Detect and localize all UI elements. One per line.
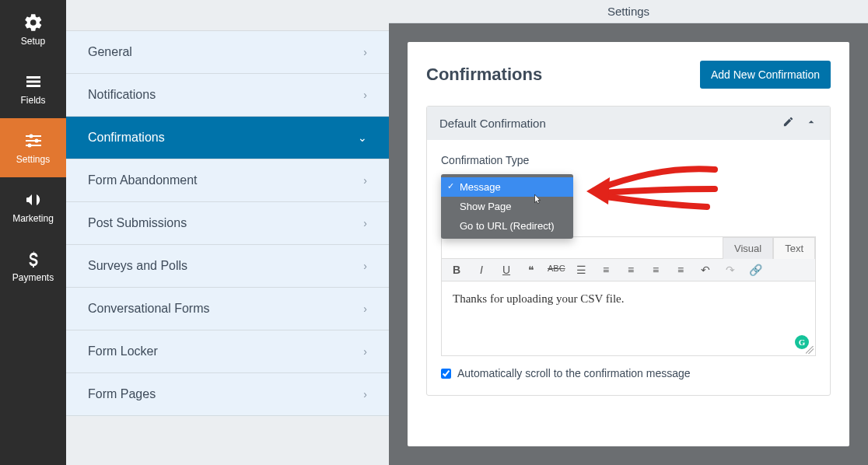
chevron-right-icon: ›: [363, 89, 367, 101]
chevron-right-icon: ›: [363, 388, 367, 400]
svg-rect-3: [26, 135, 41, 137]
list-icon: [23, 72, 44, 92]
sidebar-item-fields[interactable]: Fields: [0, 59, 66, 118]
svg-rect-5: [26, 140, 41, 142]
bold-icon[interactable]: B: [448, 264, 465, 276]
dropdown-option-show-page[interactable]: Show Page: [441, 197, 573, 216]
sidebar-item-label: Fields: [20, 95, 45, 106]
primary-sidebar: Setup Fields Settings Marketing Payments: [0, 0, 66, 465]
sidebar-item-label: Marketing: [12, 213, 54, 224]
red-arrow-annotation: [583, 162, 723, 216]
settings-sub-form-pages[interactable]: Form Pages ›: [66, 373, 389, 416]
editor-tab-visual[interactable]: Visual: [723, 237, 773, 259]
undo-icon[interactable]: ↶: [697, 264, 714, 276]
chevron-right-icon: ›: [363, 174, 367, 187]
settings-sub-form-abandonment[interactable]: Form Abandonment ›: [66, 159, 389, 202]
sidebar-item-setup[interactable]: Setup: [0, 0, 66, 59]
sidebar-item-label: Setup: [21, 36, 45, 47]
underline-icon[interactable]: U: [498, 264, 515, 276]
link-icon[interactable]: 🔗: [747, 264, 764, 276]
svg-point-8: [27, 144, 31, 148]
resize-handle-icon[interactable]: [806, 346, 814, 354]
sliders-icon: [23, 131, 44, 151]
settings-sub-confirmations[interactable]: Confirmations ⌄: [66, 117, 389, 159]
collapse-caret-icon[interactable]: [805, 116, 817, 131]
confirmation-card: Default Confirmation Confirmation Type: [426, 106, 831, 396]
strikethrough-icon[interactable]: ABC: [548, 264, 565, 276]
settings-sub-conversational-forms[interactable]: Conversational Forms ›: [66, 288, 389, 330]
redo-icon[interactable]: ↷: [722, 264, 739, 276]
italic-icon[interactable]: I: [473, 264, 490, 276]
edit-pencil-icon[interactable]: [782, 116, 794, 131]
main-area: Settings Confirmations Add New Confirmat…: [389, 0, 868, 465]
auto-scroll-checkbox-row[interactable]: Automatically scroll to the confirmation…: [441, 367, 816, 379]
chevron-down-icon: ⌄: [358, 131, 367, 144]
dropdown-option-redirect[interactable]: Go to URL (Redirect): [441, 216, 573, 236]
rich-text-editor: Visual Text B I U ❝ ABC ☰ ≡ ≡ ≡: [441, 236, 816, 356]
gear-icon: [23, 12, 44, 33]
align-right-icon[interactable]: ≡: [672, 264, 689, 276]
auto-scroll-checkbox[interactable]: [441, 369, 451, 379]
settings-submenu: General › Notifications › Confirmations …: [66, 0, 389, 465]
card-header: Default Confirmation: [427, 107, 830, 140]
dollar-icon: [23, 249, 44, 269]
chevron-right-icon: ›: [363, 302, 367, 315]
settings-sub-form-locker[interactable]: Form Locker ›: [66, 330, 389, 373]
page-title: Settings: [607, 5, 649, 18]
confirmation-type-dropdown[interactable]: Message Show Page Go to URL (Redirect): [441, 174, 573, 239]
editor-content-area[interactable]: Thanks for uploading your CSV file. G: [442, 281, 815, 355]
sidebar-item-label: Payments: [12, 272, 54, 283]
bullet-list-icon[interactable]: ☰: [572, 264, 590, 276]
settings-sub-post-submissions[interactable]: Post Submissions ›: [66, 202, 389, 245]
align-left-icon[interactable]: ≡: [622, 264, 639, 276]
editor-tab-text[interactable]: Text: [773, 237, 815, 259]
confirmation-type-label: Confirmation Type: [441, 154, 816, 166]
sidebar-item-label: Settings: [16, 154, 50, 165]
editor-toolbar: B I U ❝ ABC ☰ ≡ ≡ ≡ ≡ ↶ ↷ 🔗: [442, 259, 815, 281]
align-center-icon[interactable]: ≡: [647, 264, 664, 276]
numbered-list-icon[interactable]: ≡: [597, 264, 614, 276]
chevron-right-icon: ›: [363, 217, 367, 229]
sidebar-item-marketing[interactable]: Marketing: [0, 177, 66, 236]
bullhorn-icon: [23, 190, 44, 210]
add-confirmation-button[interactable]: Add New Confirmation: [700, 61, 831, 89]
chevron-right-icon: ›: [363, 345, 367, 358]
svg-marker-9: [586, 177, 610, 205]
svg-rect-1: [26, 81, 40, 83]
card-title: Default Confirmation: [439, 117, 546, 130]
settings-sub-surveys-polls[interactable]: Surveys and Polls ›: [66, 245, 389, 288]
settings-sub-general[interactable]: General ›: [66, 31, 389, 74]
svg-point-4: [29, 135, 33, 138]
settings-sub-notifications[interactable]: Notifications ›: [66, 74, 389, 117]
chevron-right-icon: ›: [363, 260, 367, 272]
quote-icon[interactable]: ❝: [523, 264, 540, 276]
svg-rect-0: [26, 76, 40, 79]
top-bar: Settings: [389, 0, 868, 23]
sidebar-item-settings[interactable]: Settings: [0, 118, 66, 177]
sidebar-item-payments[interactable]: Payments: [0, 236, 66, 295]
svg-rect-2: [26, 85, 40, 87]
dropdown-option-message[interactable]: Message: [441, 177, 573, 197]
chevron-right-icon: ›: [363, 46, 367, 58]
svg-point-6: [34, 139, 38, 143]
section-heading: Confirmations: [426, 65, 542, 85]
